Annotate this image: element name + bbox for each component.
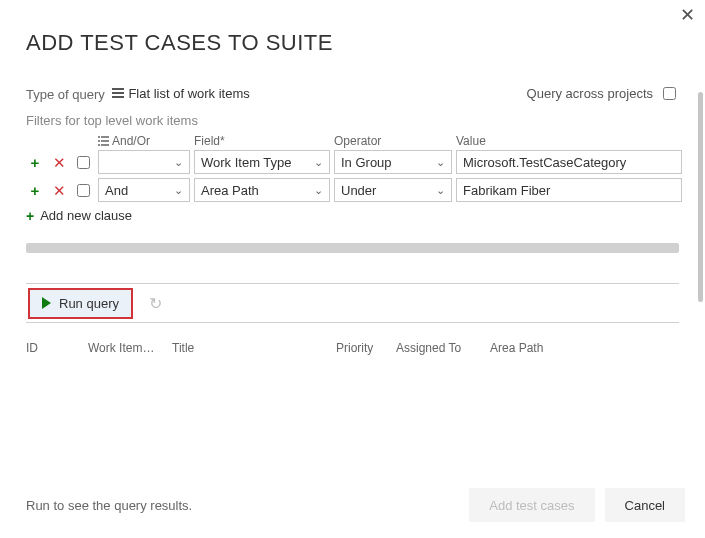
svg-rect-2 [112, 96, 124, 98]
plus-icon: + [31, 183, 40, 198]
col-area-path: Area Path [490, 341, 610, 355]
results-toolbar: Run query ↻ [26, 283, 679, 323]
chevron-down-icon: ⌄ [174, 184, 183, 197]
dialog-title: ADD TEST CASES TO SUITE [26, 30, 679, 56]
andor-value: And [105, 183, 128, 198]
clause-checkbox-wrap [74, 181, 92, 199]
horizontal-scrollbar[interactable] [26, 243, 679, 253]
run-query-label: Run query [59, 296, 119, 311]
value-input[interactable]: Microsoft.TestCaseCategory [456, 150, 682, 174]
plus-icon: + [31, 155, 40, 170]
svg-rect-5 [98, 140, 100, 142]
dialog-add-test-cases: ✕ ADD TEST CASES TO SUITE Type of query … [0, 0, 705, 538]
value-text: Fabrikam Fiber [463, 183, 550, 198]
clause-row: + ✕ ⌄ Work Item Type⌄ In Group⌄ Microsof… [26, 150, 679, 174]
clause-checkbox[interactable] [77, 184, 90, 197]
list-icon [98, 136, 109, 146]
col-id: ID [26, 341, 84, 355]
refresh-button[interactable]: ↻ [145, 290, 166, 317]
insert-clause-button[interactable]: + [26, 181, 44, 199]
remove-clause-button[interactable]: ✕ [50, 181, 68, 199]
operator-value: Under [341, 183, 376, 198]
chevron-down-icon: ⌄ [436, 156, 445, 169]
dialog-footer: Run to see the query results. Add test c… [26, 488, 685, 522]
x-icon: ✕ [53, 155, 66, 170]
hdr-value: Value [456, 134, 682, 148]
query-across-label: Query across projects [527, 86, 653, 101]
add-new-clause-label: Add new clause [40, 208, 132, 223]
chevron-down-icon: ⌄ [314, 156, 323, 169]
close-icon[interactable]: ✕ [680, 6, 695, 24]
chevron-down-icon: ⌄ [436, 184, 445, 197]
value-input[interactable]: Fabrikam Fiber [456, 178, 682, 202]
clause-header-row: And/Or Field* Operator Value [26, 134, 679, 148]
filters-caption: Filters for top level work items [26, 113, 679, 128]
col-assigned-to: Assigned To [396, 341, 486, 355]
svg-rect-3 [98, 136, 100, 138]
svg-rect-0 [112, 88, 124, 90]
x-icon: ✕ [53, 183, 66, 198]
svg-rect-4 [101, 136, 109, 138]
remove-clause-button[interactable]: ✕ [50, 153, 68, 171]
field-select[interactable]: Area Path⌄ [194, 178, 330, 202]
col-title: Title [172, 341, 332, 355]
svg-rect-7 [98, 144, 100, 146]
query-across-checkbox[interactable] [663, 87, 676, 100]
query-type-selector[interactable]: Flat list of work items [112, 86, 249, 101]
flat-list-icon [112, 88, 124, 98]
field-select[interactable]: Work Item Type⌄ [194, 150, 330, 174]
operator-value: In Group [341, 155, 392, 170]
andor-select[interactable]: ⌄ [98, 150, 190, 174]
chevron-down-icon: ⌄ [174, 156, 183, 169]
query-type-text: Flat list of work items [128, 86, 249, 101]
hdr-andor: And/Or [112, 134, 150, 148]
andor-select[interactable]: And⌄ [98, 178, 190, 202]
svg-rect-1 [112, 92, 124, 94]
chevron-down-icon: ⌄ [314, 184, 323, 197]
hdr-field: Field* [194, 134, 330, 148]
svg-rect-6 [101, 140, 109, 142]
footer-message: Run to see the query results. [26, 498, 192, 513]
value-text: Microsoft.TestCaseCategory [463, 155, 626, 170]
play-icon [42, 297, 51, 309]
col-priority: Priority [336, 341, 392, 355]
col-work-item-type: Work Item… [88, 341, 168, 355]
type-of-query-label: Type of query [26, 86, 105, 101]
clause-row: + ✕ And⌄ Area Path⌄ Under⌄ Fabrikam Fibe… [26, 178, 679, 202]
cancel-button[interactable]: Cancel [605, 488, 685, 522]
scrollbar[interactable] [698, 92, 703, 302]
insert-clause-button[interactable]: + [26, 153, 44, 171]
run-query-button[interactable]: Run query [28, 288, 133, 319]
hdr-operator: Operator [334, 134, 452, 148]
query-type-row: Type of query Flat list of work items Qu… [26, 84, 679, 103]
add-test-cases-button[interactable]: Add test cases [469, 488, 594, 522]
field-value: Work Item Type [201, 155, 292, 170]
svg-rect-8 [101, 144, 109, 146]
clause-checkbox[interactable] [77, 156, 90, 169]
result-columns: ID Work Item… Title Priority Assigned To… [26, 341, 679, 355]
add-new-clause-button[interactable]: + Add new clause [26, 208, 679, 223]
plus-icon: + [26, 209, 34, 223]
refresh-icon: ↻ [149, 295, 162, 312]
operator-select[interactable]: Under⌄ [334, 178, 452, 202]
field-value: Area Path [201, 183, 259, 198]
clause-checkbox-wrap [74, 153, 92, 171]
query-across-projects[interactable]: Query across projects [527, 84, 679, 103]
operator-select[interactable]: In Group⌄ [334, 150, 452, 174]
